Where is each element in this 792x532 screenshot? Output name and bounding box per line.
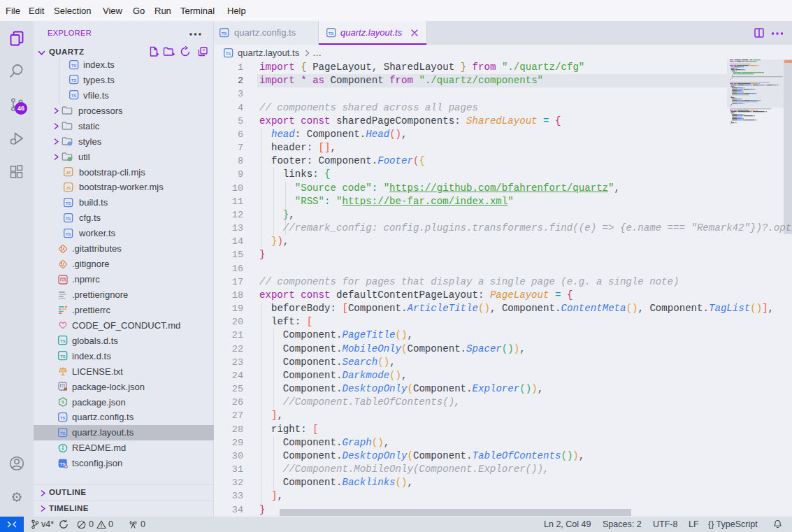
svg-text:JS: JS bbox=[66, 171, 71, 175]
svg-text:TS: TS bbox=[66, 231, 71, 236]
svg-text:TS: TS bbox=[66, 201, 71, 205]
svg-text:TS: TS bbox=[71, 78, 76, 82]
svg-text:TS: TS bbox=[60, 431, 65, 435]
svg-text:TS: TS bbox=[71, 63, 76, 67]
svg-text:TS: TS bbox=[329, 31, 333, 36]
svg-text:TS: TS bbox=[60, 461, 66, 466]
svg-text:TS: TS bbox=[60, 354, 65, 359]
svg-text:$: $ bbox=[62, 400, 64, 404]
svg-text:TS: TS bbox=[226, 52, 231, 56]
svg-text:TS: TS bbox=[60, 339, 65, 343]
svg-text:TS: TS bbox=[222, 31, 226, 36]
svg-text:JS: JS bbox=[66, 185, 71, 189]
svg-text:TS: TS bbox=[71, 94, 76, 98]
svg-text:TS: TS bbox=[66, 216, 71, 220]
svg-text:TS: TS bbox=[60, 415, 65, 419]
